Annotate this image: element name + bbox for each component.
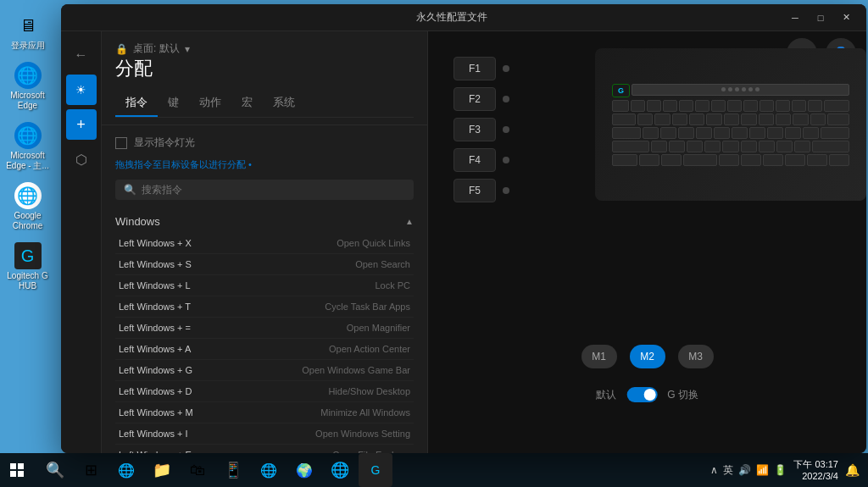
command-action-9: Open Windows Setting (315, 429, 410, 439)
command-item-8[interactable]: Left Windows + M Minimize All Windows (115, 402, 414, 423)
fkey-f1[interactable]: F1 (453, 57, 496, 80)
command-item-3[interactable]: Left Windows + T Cycle Task Bar Apps (115, 296, 414, 318)
toggle-label-left: 默认 (596, 388, 616, 402)
desktop-icon-1[interactable]: 🌐 Microsoft Edge (3, 58, 53, 114)
tabs: 指令 键 动作 宏 系统 (115, 90, 414, 118)
command-item-6[interactable]: Left Windows + G Open Windows Game Bar (115, 360, 414, 381)
icon-label-1: Microsoft Edge (6, 91, 50, 111)
m1-button[interactable]: M1 (581, 345, 617, 368)
config-header: 🔒 桌面: 默认 ▾ 分配 指令 键 动作 宏 系统 (102, 31, 427, 125)
title-controls: ─ □ ✕ (783, 9, 858, 26)
command-item-4[interactable]: Left Windows + = Open Magnifier (115, 318, 414, 339)
fkey-dot-4 (503, 187, 509, 194)
command-item-7[interactable]: Left Windows + D Hide/Show Desktop (115, 381, 414, 402)
command-key-2: Left Windows + L (119, 280, 237, 291)
lock-icon: 🔒 (115, 43, 128, 55)
app-window: 永久性配置文件 ─ □ ✕ ← ☀ + ⬡ 🔒 (61, 4, 866, 453)
icon-img-2: 🌐 (14, 122, 42, 149)
fkey-f3[interactable]: F3 (453, 118, 496, 141)
taskbar-volume[interactable]: 🔊 (738, 464, 751, 476)
back-button[interactable]: ← (66, 40, 97, 70)
profile-name: 桌面: 默认 (133, 42, 180, 56)
main-panel: 🔒 桌面: 默认 ▾ 分配 指令 键 动作 宏 系统 (102, 31, 866, 453)
taskbar-taskview[interactable]: ⊞ (74, 453, 108, 487)
start-button[interactable] (0, 453, 34, 487)
command-list: Left Windows + X Open Quick Links Left W… (115, 233, 414, 453)
taskbar-edge[interactable]: 🌐 (109, 453, 143, 487)
taskbar-store[interactable]: 🛍 (181, 453, 214, 487)
taskbar-network[interactable]: 🌐 (323, 453, 357, 487)
desktop-icon-0[interactable]: 🖥 登录应用 (3, 8, 53, 54)
layer-icon[interactable]: ⬡ (66, 144, 97, 174)
desktop-icon-3[interactable]: 🌐 Google Chrome (3, 179, 53, 235)
close-button[interactable]: ✕ (834, 9, 858, 26)
command-key-0: Left Windows + X (119, 238, 237, 248)
command-action-5: Open Action Center (329, 344, 410, 354)
search-input[interactable] (142, 184, 405, 196)
desktop-icon-area: 🖥 登录应用 🌐 Microsoft Edge 🌐 Microsoft Edge… (0, 0, 55, 487)
command-action-4: Open Magnifier (347, 323, 410, 333)
taskbar-chrome[interactable]: 🌍 (287, 453, 321, 487)
taskbar-arrow[interactable]: ∧ (710, 464, 718, 476)
fkey-row-0: F1 (453, 57, 509, 80)
command-action-7: Hide/Show Desktop (328, 386, 410, 396)
taskbar-right: ∧ 英 🔊 📶 🔋 下午 03:17 2022/3/4 🔔 (710, 458, 868, 483)
desktop-icon-4[interactable]: G Logitech G HUB (3, 239, 53, 295)
taskbar-time[interactable]: 下午 03:17 2022/3/4 (793, 458, 838, 483)
command-item-5[interactable]: Left Windows + A Open Action Center (115, 339, 414, 360)
taskbar-ghub[interactable]: G (359, 453, 392, 487)
icon-label-2: Microsoft Edge - 主... (6, 151, 50, 171)
tab-actions[interactable]: 动作 (189, 90, 231, 117)
svg-rect-0 (10, 463, 16, 469)
fkey-dot-1 (503, 96, 509, 102)
config-body: 显示指令灯光 拖拽指令至目标设备以进行分配 • 🔍 Windows (102, 125, 427, 453)
notification-area[interactable]: 🔔 (845, 463, 860, 477)
m3-button[interactable]: M3 (678, 345, 714, 368)
icon-img-4: G (14, 242, 42, 269)
command-item-10[interactable]: Left Windows + E Open File Explorer (115, 445, 414, 453)
taskbar-edge2[interactable]: 🌐 (252, 453, 286, 487)
windows-section: Windows ▲ Left Windows + X Open Quick Li… (115, 210, 414, 453)
command-item-1[interactable]: Left Windows + S Open Search (115, 254, 414, 275)
default-toggle: 默认 G 切换 (596, 387, 698, 402)
maximize-button[interactable]: □ (809, 9, 832, 26)
profile-arrow[interactable]: ▾ (185, 43, 190, 55)
command-action-2: Lock PC (375, 280, 410, 291)
toggle-label-right: G 切换 (667, 388, 698, 402)
fkey-f4[interactable]: F4 (453, 148, 496, 172)
fkey-f2[interactable]: F2 (453, 87, 496, 111)
command-item-9[interactable]: Left Windows + I Open Windows Setting (115, 423, 414, 445)
lock-profile: 🔒 桌面: 默认 ▾ (115, 42, 414, 56)
add-icon[interactable]: + (66, 109, 97, 140)
brightness-icon[interactable]: ☀ (66, 75, 97, 105)
tab-macros[interactable]: 宏 (231, 90, 263, 117)
windows-chevron-icon: ▲ (405, 217, 414, 226)
desktop-icon-2[interactable]: 🌐 Microsoft Edge - 主... (3, 119, 53, 174)
taskbar-wifi[interactable]: 📶 (756, 464, 769, 476)
command-key-5: Left Windows + A (119, 344, 237, 354)
side-nav: ← ☀ + ⬡ (61, 31, 102, 453)
show-indicator-checkbox[interactable] (115, 137, 127, 149)
m2-button[interactable]: M2 (630, 345, 665, 368)
command-key-1: Left Windows + S (119, 259, 237, 269)
taskbar-lang: 英 (723, 463, 733, 478)
tab-system[interactable]: 系统 (263, 90, 305, 117)
command-action-6: Open Windows Game Bar (302, 365, 410, 375)
taskbar: 🔍 ⊞ 🌐 📁 🛍 📱 🌐 🌍 🌐 G ∧ 英 🔊 📶 🔋 下午 03:17 2… (0, 453, 868, 487)
desktop: 🖥 登录应用 🌐 Microsoft Edge 🌐 Microsoft Edge… (0, 0, 868, 487)
svg-rect-3 (18, 471, 24, 477)
taskbar-icons: 🔍 ⊞ 🌐 📁 🛍 📱 🌐 🌍 🌐 G (34, 453, 710, 487)
fkey-f5[interactable]: F5 (453, 179, 496, 202)
minimize-button[interactable]: ─ (783, 9, 807, 26)
tab-commands[interactable]: 指令 (115, 90, 158, 117)
windows-section-header[interactable]: Windows ▲ (115, 210, 414, 233)
app-content: ← ☀ + ⬡ 🔒 桌面: 默认 ▾ 分配 (61, 31, 866, 453)
taskbar-search[interactable]: 🔍 (38, 453, 72, 487)
toggle-switch[interactable] (626, 387, 657, 402)
command-item-0[interactable]: Left Windows + X Open Quick Links (115, 233, 414, 254)
keyboard-image: G (595, 48, 866, 201)
command-item-2[interactable]: Left Windows + L Lock PC (115, 275, 414, 296)
taskbar-phone[interactable]: 📱 (216, 453, 250, 487)
tab-keys[interactable]: 键 (158, 90, 189, 117)
taskbar-explorer[interactable]: 📁 (145, 453, 179, 487)
